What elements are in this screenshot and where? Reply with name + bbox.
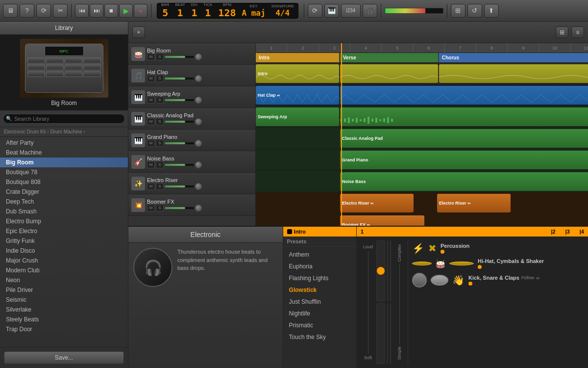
clip-sweeping-arp-long[interactable] bbox=[340, 107, 588, 126]
numbers-button[interactable]: i234 bbox=[341, 4, 361, 18]
section-chorus[interactable]: Chorus bbox=[439, 53, 588, 62]
track-mute-btn[interactable]: M bbox=[147, 161, 155, 168]
pad-8[interactable] bbox=[83, 64, 101, 70]
sidebar-item-crate-digger[interactable]: Crate Digger bbox=[0, 187, 128, 197]
section-intro[interactable]: Intro bbox=[256, 53, 339, 62]
preset-anthem[interactable]: Anthem bbox=[283, 249, 356, 261]
track-solo-btn[interactable]: S bbox=[156, 183, 164, 190]
pad-9[interactable] bbox=[27, 71, 45, 77]
track-knob[interactable] bbox=[195, 97, 202, 104]
library-button[interactable]: 🖥 bbox=[3, 4, 18, 18]
track-solo-btn[interactable]: S bbox=[156, 75, 164, 82]
filter-button[interactable]: ≡ bbox=[571, 26, 584, 38]
clip-noise-bass[interactable]: Noise Bass bbox=[340, 172, 588, 191]
sidebar-item-indie-disco[interactable]: Indie Disco bbox=[0, 246, 128, 256]
playhead[interactable] bbox=[341, 43, 342, 226]
clip-sweeping-arp-intro[interactable]: Sweeping Arp bbox=[256, 107, 339, 126]
track-solo-btn[interactable]: S bbox=[156, 140, 164, 147]
preset-flashing-lights[interactable]: Flashing Lights bbox=[283, 272, 356, 284]
sidebar-item-pile-driver[interactable]: Pile Driver bbox=[0, 285, 128, 295]
sidebar-item-electro-bump[interactable]: Electro Bump bbox=[0, 216, 128, 226]
percussion-dot[interactable] bbox=[441, 250, 444, 254]
pad-4[interactable] bbox=[83, 57, 101, 63]
track-fader[interactable] bbox=[165, 207, 194, 209]
search-input[interactable] bbox=[3, 114, 125, 124]
sidebar-item-seismic[interactable]: Seismic bbox=[0, 295, 128, 305]
record-button[interactable]: ● bbox=[134, 4, 147, 18]
sidebar-item-neon[interactable]: Neon bbox=[0, 275, 128, 285]
help-button[interactable]: ? bbox=[20, 4, 34, 18]
drum-cell-1[interactable] bbox=[376, 240, 385, 301]
lcd-div-value[interactable]: 1 bbox=[191, 7, 197, 19]
track-solo-btn[interactable]: S bbox=[156, 97, 164, 104]
headphones-button[interactable]: 🎧 bbox=[363, 4, 377, 18]
track-fader[interactable] bbox=[165, 164, 194, 166]
clip-electro-riser-1[interactable]: Electro Riser ∞ bbox=[340, 194, 414, 212]
kick-dot[interactable] bbox=[468, 282, 472, 286]
sidebar-item-boutique-78[interactable]: Boutique 78 bbox=[0, 167, 128, 177]
track-mute-btn[interactable]: M bbox=[147, 118, 155, 125]
pad-11[interactable] bbox=[65, 71, 82, 77]
stop-button[interactable]: ■ bbox=[104, 4, 118, 18]
clip-grand-piano[interactable]: Grand Piano bbox=[340, 151, 588, 169]
track-knob[interactable] bbox=[195, 118, 202, 125]
sync-button[interactable]: ⟳ bbox=[308, 4, 322, 18]
pad-3[interactable] bbox=[65, 57, 82, 63]
track-knob[interactable] bbox=[195, 161, 202, 168]
track-mute-btn[interactable]: M bbox=[147, 75, 155, 82]
clip-hat-clap-intro[interactable]: Hat Clap ∞ bbox=[256, 86, 339, 105]
sidebar-item-gritty-funk[interactable]: Gritty Funk bbox=[0, 236, 128, 246]
track-fader[interactable] bbox=[165, 56, 194, 58]
section-verse[interactable]: Verse bbox=[340, 53, 438, 62]
browser-button[interactable]: ⊞ bbox=[451, 4, 466, 18]
grid-view-button[interactable]: ⊞ bbox=[556, 26, 568, 38]
drum-cell-3[interactable] bbox=[390, 240, 391, 301]
fastforward-button[interactable]: ⏭ bbox=[90, 4, 103, 18]
preset-euphoria[interactable]: Euphoria bbox=[283, 261, 356, 272]
track-mute-btn[interactable]: M bbox=[147, 205, 155, 211]
lcd-beat-value[interactable]: 1 bbox=[177, 7, 183, 19]
lcd-sig-value[interactable]: 4/4 bbox=[275, 8, 290, 18]
lcd-bar-value[interactable]: 5 bbox=[162, 7, 168, 19]
lcd-key-value[interactable]: A maj bbox=[242, 8, 265, 18]
sidebar-item-silverlake[interactable]: Silverlake bbox=[0, 305, 128, 315]
drum-cell-5[interactable] bbox=[387, 303, 388, 364]
preset-touch-the-sky[interactable]: Touch the Sky bbox=[283, 331, 356, 343]
track-knob[interactable] bbox=[195, 75, 202, 82]
sidebar-item-epic-electro[interactable]: Epic Electro bbox=[0, 226, 128, 236]
drum-cell-2[interactable] bbox=[387, 240, 388, 301]
track-fader[interactable] bbox=[165, 142, 194, 144]
clip-hat-clap-long[interactable] bbox=[340, 86, 588, 105]
timeline-area[interactable]: 1234567891011121314 Intro Verse Chorus bbox=[256, 43, 588, 226]
play-button[interactable]: ▶ bbox=[119, 4, 133, 18]
track-knob[interactable] bbox=[195, 183, 202, 190]
clip-big-room-intro[interactable]: Intro bbox=[256, 64, 339, 83]
preset-just-shufflin[interactable]: Just Shufflin bbox=[283, 296, 356, 308]
rewind-button[interactable]: ⏮ bbox=[75, 4, 89, 18]
pad-7[interactable] bbox=[65, 64, 82, 70]
sidebar-item-after-party[interactable]: After Party bbox=[0, 138, 128, 148]
pad-5[interactable] bbox=[27, 64, 45, 70]
track-solo-btn[interactable]: S bbox=[156, 118, 164, 125]
lcd-tick-value[interactable]: 1 bbox=[205, 7, 211, 19]
track-fader[interactable] bbox=[165, 121, 194, 123]
preset-prismatic[interactable]: Prismatic bbox=[283, 319, 356, 331]
master-volume[interactable] bbox=[385, 8, 443, 14]
clip-electro-riser-2[interactable]: Electro Riser ∞ bbox=[437, 194, 511, 212]
track-knob[interactable] bbox=[195, 140, 202, 147]
sidebar-item-boutique-808[interactable]: Boutique 808 bbox=[0, 177, 128, 187]
clip-big-room-chorus[interactable] bbox=[439, 64, 588, 83]
track-solo-btn[interactable]: S bbox=[156, 161, 164, 168]
lcd-bpm-value[interactable]: 128 bbox=[218, 7, 236, 19]
share-button[interactable]: ⬆ bbox=[484, 4, 499, 18]
drum-cell-4[interactable] bbox=[376, 303, 385, 364]
sidebar-item-trap-door[interactable]: Trap Door bbox=[0, 324, 128, 334]
preset-glowstick[interactable]: Glowstick bbox=[283, 284, 356, 296]
drum-cell-6[interactable] bbox=[390, 303, 391, 364]
sidebar-item-major-crush[interactable]: Major Crush bbox=[0, 256, 128, 265]
sidebar-item-dub-smash[interactable]: Dub Smash bbox=[0, 207, 128, 216]
track-knob[interactable] bbox=[195, 205, 202, 211]
track-knob[interactable] bbox=[195, 53, 202, 60]
track-solo-btn[interactable]: S bbox=[156, 53, 164, 60]
track-mute-btn[interactable]: M bbox=[147, 97, 155, 104]
